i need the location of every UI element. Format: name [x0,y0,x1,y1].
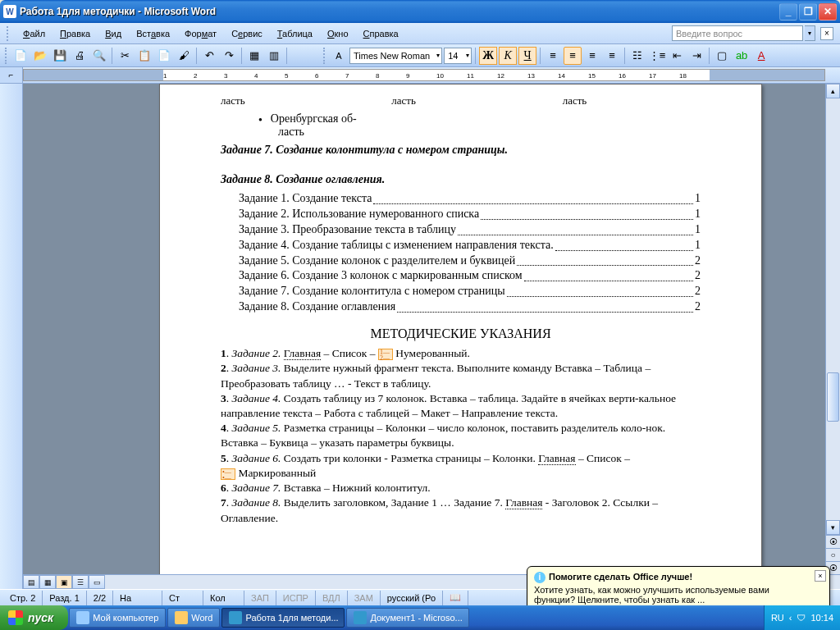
toc-row[interactable]: Задание 4. Создание таблицы с изменением… [239,238,701,253]
highlight-button[interactable]: ab [733,47,751,65]
balloon-close-button[interactable]: × [815,570,826,582]
scroll-up-button[interactable]: ▴ [826,84,840,98]
tray-clock[interactable]: 10:14 [810,613,833,623]
menu-edit[interactable]: Правка [53,26,97,41]
status-rec[interactable]: ЗАП [244,591,276,605]
reading-view-button[interactable]: ▭ [89,575,105,589]
status-ovr[interactable]: ЗАМ [348,591,381,605]
style-button[interactable]: A [330,47,348,65]
toc-row[interactable]: Задание 6. Создание 3 колонок с маркиров… [239,268,701,284]
vertical-ruler[interactable] [0,84,23,589]
underline-button[interactable]: Ч [518,47,536,65]
status-pages[interactable]: 2/2 [87,591,113,605]
system-tray[interactable]: RU ‹ 🛡 10:14 [764,605,840,630]
status-page[interactable]: Стр. 2 [3,591,43,605]
close-doc-button[interactable]: × [820,27,833,40]
undo-button[interactable]: ↶ [200,47,218,65]
toolbar-grip[interactable] [5,48,8,64]
help-question-dropdown[interactable]: ▾ [805,25,815,41]
folder-icon [175,611,188,624]
window-maximize-button[interactable]: ❐ [799,3,817,21]
toc-page: 2 [695,299,701,315]
tray-shield-icon[interactable]: 🛡 [797,613,806,623]
toc-row[interactable]: Задание 8. Создание оглавления2 [239,299,701,315]
window-minimize-button[interactable]: _ [779,3,797,21]
align-right-button[interactable]: ≡ [583,47,601,65]
align-center-button[interactable]: ≡ [564,47,582,65]
document-page[interactable]: ласть ласть ласть Оренбургская об- ласть… [159,84,762,576]
italic-button[interactable]: К [499,47,517,65]
columns-button[interactable]: ▥ [265,47,283,65]
toc-text: Задание 4. Создание таблицы с изменением… [239,238,554,253]
status-spell-icon[interactable]: 📖 [443,591,468,605]
font-name-combo[interactable]: Times New Roman [349,48,442,64]
bold-button[interactable]: Ж [479,47,497,65]
menu-view[interactable]: Вид [98,26,128,41]
vertical-scrollbar[interactable]: ▴ ▾ ⦿ ○ ⦿ [825,84,840,574]
numbered-list-button[interactable]: ☷ [628,47,646,65]
bulleted-list-button[interactable]: ⋮≡ [648,47,666,65]
document-area[interactable]: ласть ласть ласть Оренбургская об- ласть… [23,84,840,589]
normal-view-button[interactable]: ▤ [23,575,39,589]
tab-selector[interactable]: ⌐ [0,67,23,83]
web-view-button[interactable]: ▦ [39,575,56,589]
toc-row[interactable]: Задание 5. Создание колонок с разделител… [239,253,701,269]
decrease-indent-button[interactable]: ⇤ [668,47,686,65]
help-question-box[interactable]: Введите вопрос [672,25,803,41]
status-lang[interactable]: русский (Ро [381,591,443,605]
tray-hide-icon[interactable]: ‹ [789,613,792,623]
menu-help[interactable]: Справка [357,26,405,41]
print-view-button[interactable]: ▣ [56,575,72,589]
start-button[interactable]: пуск [0,605,68,630]
window-close-button[interactable]: ✕ [819,3,837,21]
status-ext[interactable]: ВДЛ [316,591,348,605]
toc-row[interactable]: Задание 2. Использование нумерованного с… [239,207,701,222]
status-line[interactable]: Ст [162,591,203,605]
new-doc-button[interactable]: 📄 [11,47,30,65]
toolbar-grip[interactable] [7,26,11,41]
font-color-button[interactable]: A [752,47,770,65]
status-col[interactable]: Кол [203,591,244,605]
toc-row[interactable]: Задание 7. Создание колонтитула с номеро… [239,284,701,299]
scroll-down-button[interactable]: ▾ [826,520,840,535]
print-button[interactable]: 🖨 [71,47,89,65]
horizontal-ruler[interactable]: 123456789101112131415161718 [23,69,825,81]
cut-button[interactable]: ✂ [116,47,134,65]
insert-table-button[interactable]: ▦ [245,47,263,65]
tray-lang[interactable]: RU [771,613,784,623]
toc-row[interactable]: Задание 3. Преобразование текста в табли… [239,222,701,238]
menu-table[interactable]: Таблица [271,26,319,41]
menu-format[interactable]: Формат [178,26,223,41]
font-size-combo[interactable]: 14 [444,48,472,64]
status-at[interactable]: На [113,591,162,605]
menu-insert[interactable]: Вставка [130,26,176,41]
status-section[interactable]: Разд. 1 [43,591,86,605]
paste-button[interactable]: 📄 [155,47,173,65]
taskbar-item-doc2[interactable]: Документ1 - Microso... [346,608,469,628]
prev-page-button[interactable]: ⦿ [826,535,840,548]
taskbar-item-doc1[interactable]: Работа 1для методи... [221,608,345,628]
taskbar-item-mycomputer[interactable]: Мой компьютер [69,608,166,628]
scroll-thumb[interactable] [827,372,839,422]
browse-object-button[interactable]: ○ [826,548,840,561]
heading-7: Задание 7. Создание колонтитула с номеро… [221,144,701,157]
toolbar-grip[interactable] [323,48,326,64]
copy-button[interactable]: 📋 [135,47,153,65]
taskbar-item-wordfolder[interactable]: Word [167,608,220,628]
status-trk[interactable]: ИСПР [276,591,316,605]
align-justify-button[interactable]: ≡ [603,47,621,65]
align-left-button[interactable]: ≡ [544,47,562,65]
menu-tools[interactable]: Сервис [225,26,269,41]
redo-button[interactable]: ↷ [220,47,238,65]
format-painter-button[interactable]: 🖌 [175,47,193,65]
menu-file[interactable]: Файл [16,26,52,41]
increase-indent-button[interactable]: ⇥ [687,47,705,65]
borders-button[interactable]: ▢ [713,47,731,65]
outline-view-button[interactable]: ☰ [72,575,89,589]
menu-window[interactable]: Окно [321,26,355,41]
save-button[interactable]: 💾 [51,47,69,65]
print-preview-button[interactable]: 🔍 [90,47,108,65]
office-feedback-balloon[interactable]: × iПомогите сделать Office лучше! Хотите… [527,566,830,610]
toc-row[interactable]: Задание 1. Создание текста1 [239,191,701,207]
open-button[interactable]: 📂 [31,47,49,65]
